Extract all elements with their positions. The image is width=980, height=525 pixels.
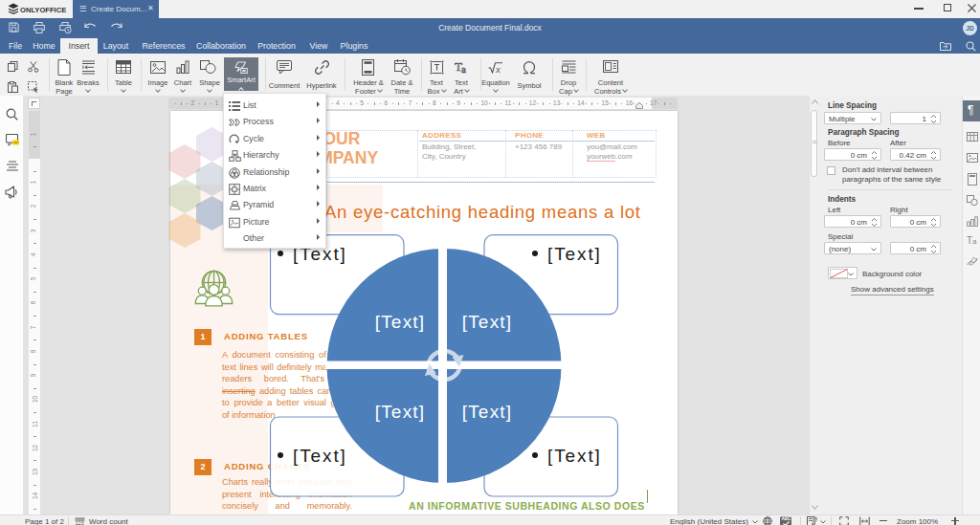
svg-text:[Text]: [Text] (293, 446, 347, 466)
svg-text:[Text]: [Text] (462, 312, 513, 332)
svg-text:[Text]: [Text] (547, 244, 602, 264)
svg-text:a: a (461, 63, 466, 75)
svg-text:123: 123 (76, 520, 84, 525)
svg-text:[Text]: [Text] (462, 402, 513, 422)
svg-text:[Text]: [Text] (375, 402, 426, 422)
svg-text:[Text]: [Text] (375, 312, 426, 332)
svg-text:[Text]: [Text] (547, 446, 602, 466)
svg-text:x: x (495, 63, 501, 74)
